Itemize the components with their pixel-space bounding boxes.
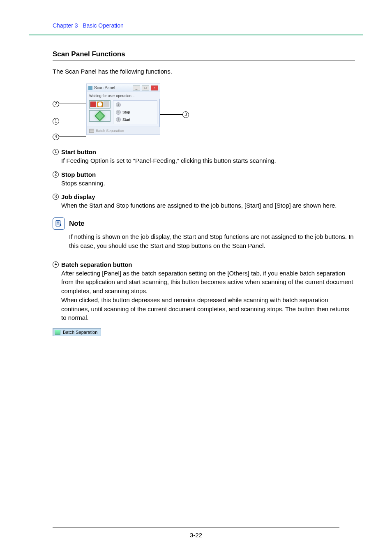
start-icon	[95, 111, 105, 121]
job-row-3: 3	[116, 102, 154, 107]
batch-separation-button[interactable]: Batch Separation	[87, 127, 160, 134]
job-num-3: 3	[116, 102, 121, 107]
item-1-body: If Feeding Option is set to “Panel-Feedi…	[61, 156, 355, 165]
batch-separation-icon	[89, 129, 94, 133]
item-1-head: 1 Start button	[53, 148, 355, 155]
job-row-2: 2 Stop	[116, 110, 154, 115]
job-display-panel: 3 2 Stop 1 Start	[113, 100, 157, 124]
section-heading: Scan Panel Functions	[53, 50, 355, 58]
section-rule	[53, 60, 355, 60]
item-3-num: 3	[53, 194, 59, 200]
callout-1: 1	[53, 118, 86, 125]
job-num-2: 2	[116, 110, 121, 115]
page-footer: 3-22	[0, 527, 392, 539]
callout-num-2: 2	[53, 101, 59, 107]
start-button-block[interactable]	[89, 110, 111, 122]
window-titlebar: Scan Panel _ □ ×	[87, 84, 160, 92]
scan-panel-window: Scan Panel _ □ × Waiting for user operat…	[86, 83, 160, 135]
item-3-body: When the Start and Stop functions are as…	[61, 201, 355, 210]
header-rule	[29, 35, 363, 35]
callout-num-3: 3	[182, 111, 189, 118]
item-2-title: Stop button	[61, 171, 96, 178]
stop-grey-icon	[104, 102, 109, 107]
batch-separation-depressed-icon	[55, 330, 60, 335]
maximize-button[interactable]: □	[142, 86, 149, 90]
item-2-body: Stops scanning.	[61, 179, 355, 188]
note-body: If nothing is shown on the job display, …	[69, 232, 355, 250]
item-3-title: Job display	[61, 193, 95, 200]
item-4-head: 4 Batch separation button	[53, 261, 355, 268]
batch-separation-depressed[interactable]: Batch Separation	[53, 328, 101, 336]
chapter-title: Basic Operation	[83, 22, 124, 29]
note-block: Note	[53, 217, 355, 230]
callout-2: 2	[53, 101, 86, 107]
window-title: Scan Panel	[94, 86, 115, 90]
callout-4: 4	[53, 134, 86, 140]
minimize-button[interactable]: _	[133, 86, 140, 90]
item-4-num: 4	[53, 261, 59, 268]
batch-separation-label: Batch Separation	[96, 129, 124, 133]
item-1-num: 1	[53, 149, 59, 155]
job-label-2: Stop	[122, 110, 130, 114]
stop-icon	[90, 102, 96, 107]
app-icon	[88, 86, 92, 90]
page-header: Chapter 3 Basic Operation	[53, 22, 363, 29]
close-button[interactable]: ×	[151, 86, 158, 90]
item-2-head: 2 Stop button	[53, 171, 355, 178]
callout-num-4: 4	[53, 134, 59, 140]
item-4-title: Batch separation button	[61, 261, 132, 268]
job-row-1: 1 Start	[116, 117, 154, 122]
item-1-title: Start button	[61, 148, 96, 155]
note-label: Note	[69, 220, 85, 228]
section-intro: The Scan Panel has the following functio…	[53, 67, 355, 76]
note-icon	[53, 217, 65, 230]
item-3-head: 3 Job display	[53, 193, 355, 200]
callout-num-1: 1	[53, 118, 59, 125]
footer-rule	[53, 527, 339, 527]
scan-panel-figure: 2 1 4 3 Scan Panel _ □ × Waiting	[53, 83, 192, 141]
batch-separation-depressed-label: Batch Separation	[63, 330, 97, 335]
stop-button-block[interactable]	[89, 100, 111, 109]
callout-3: 3	[158, 111, 189, 118]
chapter-number: Chapter 3	[53, 22, 78, 29]
item-4-body: After selecting [Panel] as the batch sep…	[61, 269, 355, 323]
stop-octagon-icon	[97, 102, 103, 107]
job-label-1: Start	[122, 118, 130, 122]
status-text: Waiting for user operation...	[87, 92, 160, 99]
job-num-1: 1	[116, 117, 121, 122]
item-2-num: 2	[53, 171, 59, 178]
page-number: 3-22	[0, 532, 392, 539]
